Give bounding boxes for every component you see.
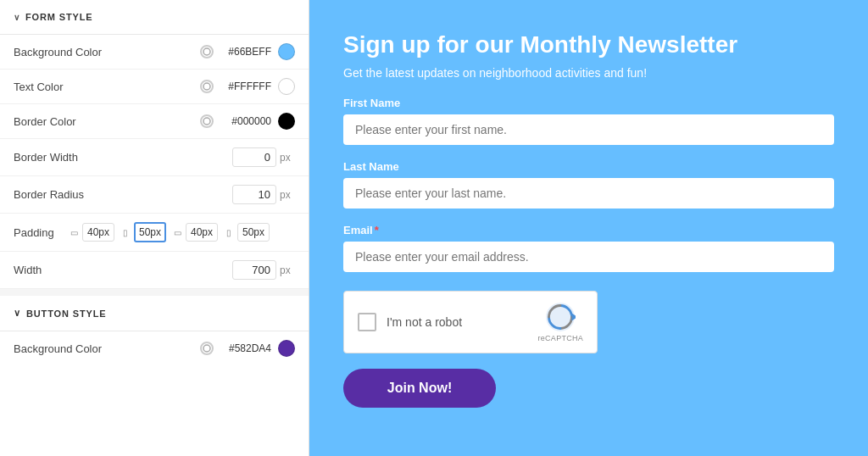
- width-unit: px: [280, 264, 295, 276]
- background-color-radio[interactable]: [200, 45, 214, 58]
- padding-bottom-group: ▭: [171, 223, 218, 242]
- padding-top-icon: ▭: [68, 226, 80, 238]
- captcha-brand-label: reCAPTCHA: [538, 334, 583, 342]
- padding-row: Padding ▭ ▯ ▭ ▯: [0, 214, 309, 252]
- border-color-row: Border Color #000000: [0, 104, 309, 139]
- button-bg-color-hex: #582DA4: [220, 342, 271, 354]
- text-color-row: Text Color #FFFFFF: [0, 70, 309, 104]
- captcha-left: I'm not a robot: [358, 313, 462, 331]
- join-now-button[interactable]: Join Now!: [343, 369, 496, 408]
- border-width-label: Border Width: [14, 151, 232, 164]
- padding-left-input[interactable]: [237, 223, 270, 242]
- button-style-label: BUTTON STYLE: [26, 309, 107, 319]
- border-radius-input[interactable]: [232, 185, 276, 204]
- button-bg-color-radio[interactable]: [200, 342, 214, 355]
- newsletter-title: Sign up for our Monthly Newsletter: [343, 31, 834, 59]
- padding-bottom-input[interactable]: [186, 223, 218, 242]
- captcha-box[interactable]: I'm not a robot reCAPTCHA: [343, 291, 598, 353]
- padding-right-input[interactable]: [134, 222, 166, 242]
- svg-point-0: [203, 48, 210, 55]
- newsletter-subtitle: Get the latest updates on neighborhood a…: [343, 66, 834, 80]
- email-label: Email*: [343, 224, 834, 236]
- button-bg-color-swatch[interactable]: [278, 340, 295, 357]
- text-color-label: Text Color: [14, 81, 193, 93]
- right-panel: Sign up for our Monthly Newsletter Get t…: [309, 0, 868, 456]
- email-required-marker: *: [375, 224, 379, 236]
- section-gap: [0, 289, 309, 296]
- captcha-right: reCAPTCHA: [538, 302, 583, 342]
- svg-point-3: [203, 345, 210, 352]
- padding-label: Padding: [14, 226, 63, 239]
- text-color-radio[interactable]: [200, 80, 214, 93]
- text-color-hex: #FFFFFF: [220, 81, 271, 92]
- border-radius-label: Border Radius: [14, 188, 232, 201]
- captcha-checkbox[interactable]: [358, 313, 376, 331]
- background-color-hex: #66BEFF: [220, 46, 271, 58]
- first-name-field: First Name: [343, 97, 834, 157]
- svg-point-4: [546, 303, 575, 331]
- border-radius-row: Border Radius px: [0, 176, 309, 214]
- first-name-label: First Name: [343, 97, 834, 109]
- chevron-icon: ∨: [14, 13, 20, 22]
- text-color-swatch[interactable]: [278, 78, 295, 95]
- padding-left-icon: ▯: [223, 226, 235, 238]
- padding-bottom-icon: ▭: [171, 226, 183, 238]
- padding-right-group: ▯: [120, 222, 166, 242]
- first-name-input[interactable]: [343, 114, 834, 145]
- button-bg-color-row: Background Color #582DA4: [0, 331, 309, 365]
- left-panel: ∨ FORM STYLE Background Color #66BEFF Te…: [0, 0, 309, 456]
- last-name-field: Last Name: [343, 160, 834, 220]
- border-width-unit: px: [280, 152, 295, 164]
- border-width-row: Border Width px: [0, 139, 309, 176]
- border-color-label: Border Color: [14, 115, 193, 128]
- border-color-swatch[interactable]: [278, 113, 295, 130]
- captcha-text: I'm not a robot: [387, 315, 462, 329]
- padding-top-group: ▭: [68, 223, 114, 242]
- form-style-header[interactable]: ∨ FORM STYLE: [0, 0, 309, 34]
- email-input[interactable]: [343, 242, 834, 272]
- border-radius-unit: px: [280, 189, 295, 201]
- svg-point-1: [203, 83, 210, 90]
- button-bg-color-label: Background Color: [14, 342, 193, 355]
- border-color-hex: #000000: [220, 115, 271, 127]
- padding-right-icon: ▯: [120, 226, 131, 238]
- button-chevron-icon: ∨: [14, 308, 21, 319]
- width-row: Width px: [0, 252, 309, 289]
- svg-point-2: [203, 118, 210, 125]
- padding-top-input[interactable]: [82, 223, 114, 242]
- email-field: Email*: [343, 224, 834, 284]
- button-style-header[interactable]: ∨ BUTTON STYLE: [0, 296, 309, 331]
- border-width-input[interactable]: [232, 147, 276, 167]
- border-color-radio[interactable]: [200, 114, 214, 128]
- last-name-label: Last Name: [343, 160, 834, 173]
- background-color-swatch[interactable]: [278, 43, 295, 60]
- last-name-input[interactable]: [343, 178, 834, 209]
- form-style-label: FORM STYLE: [25, 12, 93, 22]
- padding-left-group: ▯: [223, 223, 270, 242]
- background-color-row: Background Color #66BEFF: [0, 35, 309, 70]
- recaptcha-icon: [545, 302, 576, 332]
- width-label: Width: [14, 264, 232, 276]
- background-color-label: Background Color: [14, 46, 193, 58]
- width-input[interactable]: [232, 260, 276, 280]
